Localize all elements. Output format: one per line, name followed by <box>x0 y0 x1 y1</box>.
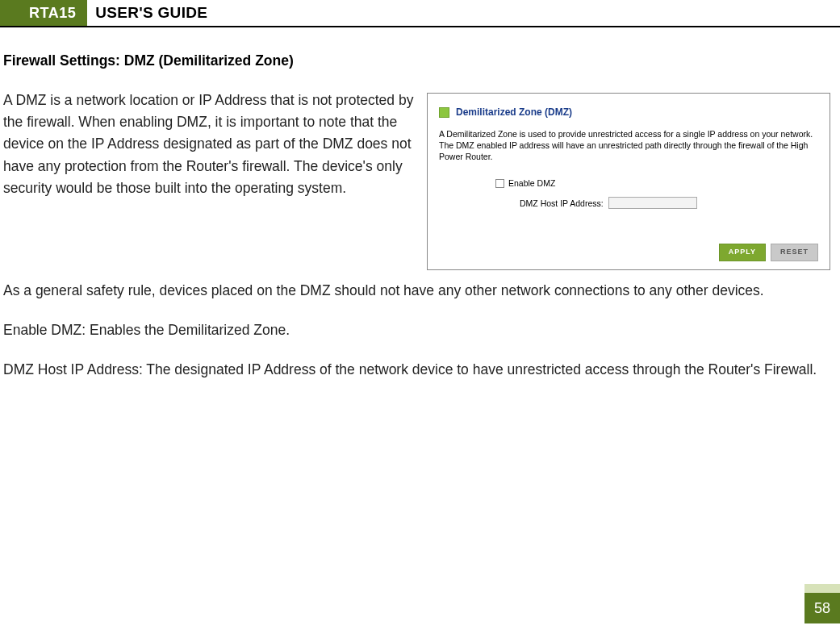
page-number: 58 <box>804 593 840 623</box>
dmz-host-ip-label: DMZ Host IP Address: <box>495 197 604 210</box>
intro-paragraph-block: A DMZ is a network location or IP Addres… <box>3 90 417 211</box>
paragraph-1: A DMZ is a network location or IP Addres… <box>3 90 417 199</box>
document-title: USER'S GUIDE <box>87 0 207 26</box>
page-content: Firewall Settings: DMZ (Demilitarized Zo… <box>0 27 840 381</box>
paragraph-3: Enable DMZ: Enables the Demilitarized Zo… <box>3 319 830 341</box>
paragraph-4: DMZ Host IP Address: The designated IP A… <box>3 359 830 381</box>
enable-dmz-label: Enable DMZ <box>508 177 555 190</box>
document-header: RTA15 USER'S GUIDE <box>0 0 840 27</box>
paragraph-2: As a general safety rule, devices placed… <box>3 280 830 302</box>
product-badge: RTA15 <box>18 0 87 26</box>
header-accent-strip <box>0 0 18 26</box>
panel-title: Demilitarized Zone (DMZ) <box>456 105 572 120</box>
section-marker-icon <box>439 107 449 118</box>
dmz-host-ip-input[interactable] <box>608 197 697 209</box>
apply-button[interactable]: APPLY <box>719 244 766 261</box>
section-heading: Firewall Settings: DMZ (Demilitarized Zo… <box>3 50 830 72</box>
reset-button[interactable]: RESET <box>771 244 818 261</box>
enable-dmz-checkbox[interactable] <box>495 179 504 188</box>
router-ui-screenshot: Demilitarized Zone (DMZ) A Demilitarized… <box>427 93 830 270</box>
panel-description: A Demilitarized Zone is used to provide … <box>439 128 818 163</box>
